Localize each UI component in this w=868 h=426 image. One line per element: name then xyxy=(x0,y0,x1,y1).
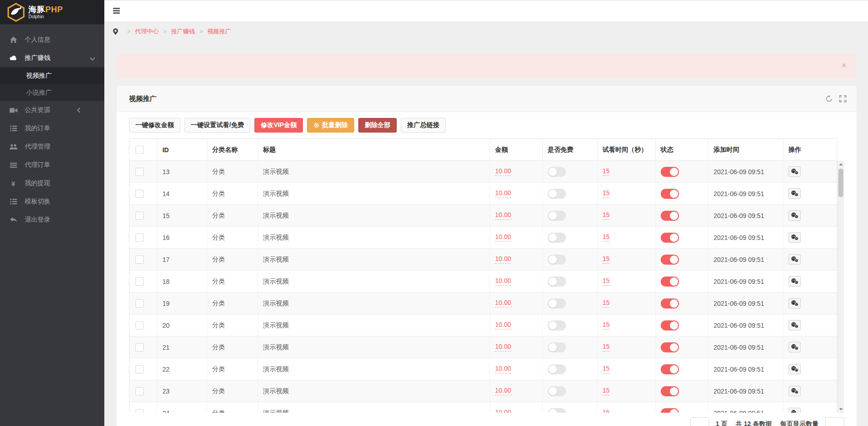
per-page-select[interactable] xyxy=(825,417,844,426)
row-checkbox[interactable] xyxy=(135,190,144,198)
select-all-checkbox[interactable] xyxy=(135,146,144,154)
free-toggle[interactable] xyxy=(548,189,566,199)
preview-time-edit-link[interactable]: 15 xyxy=(603,277,610,286)
status-toggle[interactable] xyxy=(661,342,679,352)
amount-edit-link[interactable]: 10.00 xyxy=(495,189,511,198)
row-checkbox[interactable] xyxy=(135,212,144,220)
free-toggle[interactable] xyxy=(548,255,566,265)
sidebar-subitem-video-promo[interactable]: 视频推广 xyxy=(0,67,104,84)
sidebar-item-agent-orders[interactable]: 代理订单 xyxy=(0,156,104,174)
sidebar-item-profile[interactable]: 个人信息 xyxy=(0,31,104,49)
sidebar-item-template-switch[interactable]: 模板切换 xyxy=(0,192,104,211)
hamburger-menu-icon[interactable] xyxy=(113,8,120,14)
free-toggle[interactable] xyxy=(548,298,566,309)
breadcrumb-link-agent-center[interactable]: 代理中心 xyxy=(135,27,159,36)
promo-link-button[interactable] xyxy=(788,408,801,413)
amount-edit-link[interactable]: 10.00 xyxy=(495,321,511,330)
promo-link-button[interactable] xyxy=(788,188,801,199)
row-checkbox[interactable] xyxy=(135,409,144,413)
preview-time-edit-link[interactable]: 15 xyxy=(603,233,610,242)
amount-edit-link[interactable]: 10.00 xyxy=(495,409,511,413)
amount-edit-link[interactable]: 10.00 xyxy=(495,343,511,351)
preview-time-edit-link[interactable]: 15 xyxy=(603,387,610,395)
status-toggle[interactable] xyxy=(661,298,679,309)
delete-all-button[interactable]: 删除全部 xyxy=(358,118,397,133)
sidebar-item-promotion[interactable]: 推广赚钱 xyxy=(0,49,104,67)
scrollbar-thumb[interactable] xyxy=(838,169,843,197)
amount-edit-link[interactable]: 10.00 xyxy=(495,255,511,264)
close-icon[interactable]: × xyxy=(841,61,846,69)
promo-link-button[interactable] xyxy=(788,232,801,243)
promo-link-button[interactable] xyxy=(788,276,801,287)
sidebar-item-logout[interactable]: 退出登录 xyxy=(0,211,104,229)
preview-time-edit-link[interactable]: 15 xyxy=(603,409,610,413)
row-checkbox[interactable] xyxy=(135,387,144,395)
sidebar-item-public-resources[interactable]: 公共资源 xyxy=(0,101,104,119)
breadcrumb-link-video-promo[interactable]: 视频推广 xyxy=(207,27,231,36)
status-toggle[interactable] xyxy=(661,364,679,374)
status-toggle[interactable] xyxy=(661,277,679,287)
amount-edit-link[interactable]: 10.00 xyxy=(495,365,511,373)
row-checkbox[interactable] xyxy=(135,343,144,351)
status-toggle[interactable] xyxy=(661,320,679,330)
batch-set-preview-free-button[interactable]: 一键设置试看/免费 xyxy=(184,118,250,133)
promo-link-button[interactable] xyxy=(788,298,801,309)
refresh-icon[interactable] xyxy=(825,95,833,102)
status-toggle[interactable] xyxy=(661,386,679,396)
preview-time-edit-link[interactable]: 15 xyxy=(603,255,610,264)
promo-link-button[interactable] xyxy=(788,254,801,265)
status-toggle[interactable] xyxy=(661,211,679,221)
free-toggle[interactable] xyxy=(548,408,566,413)
amount-edit-link[interactable]: 10.00 xyxy=(495,299,511,308)
preview-time-edit-link[interactable]: 15 xyxy=(603,365,610,373)
breadcrumb-link-promotion[interactable]: 推广赚钱 xyxy=(171,27,195,36)
sidebar-item-my-withdrawal[interactable]: ¥ 我的提现 xyxy=(0,174,104,192)
free-toggle[interactable] xyxy=(548,233,566,243)
amount-edit-link[interactable]: 10.00 xyxy=(495,167,511,176)
free-toggle[interactable] xyxy=(548,320,566,330)
preview-time-edit-link[interactable]: 15 xyxy=(603,321,610,330)
free-toggle[interactable] xyxy=(548,386,566,396)
promo-link-button[interactable] xyxy=(788,364,801,374)
edit-vip-amount-button[interactable]: 修改VIP金额 xyxy=(254,118,303,133)
preview-time-edit-link[interactable]: 15 xyxy=(603,167,610,176)
amount-edit-link[interactable]: 10.00 xyxy=(495,211,511,220)
preview-time-edit-link[interactable]: 15 xyxy=(603,343,610,351)
fullscreen-icon[interactable] xyxy=(839,95,846,102)
sidebar-subitem-novel-promo[interactable]: 小说推广 xyxy=(0,84,104,101)
brand-logo[interactable]: 海豚PHP Dolphin xyxy=(0,0,104,24)
table-scrollbar[interactable] xyxy=(837,161,844,413)
amount-edit-link[interactable]: 10.00 xyxy=(495,277,511,286)
batch-delete-button[interactable]: ⊗批量删除 xyxy=(307,118,354,133)
status-toggle[interactable] xyxy=(661,167,679,177)
promo-link-button[interactable] xyxy=(788,166,801,177)
preview-time-edit-link[interactable]: 15 xyxy=(603,189,610,198)
promo-master-link-button[interactable]: 推广总链接 xyxy=(401,118,446,133)
free-toggle[interactable] xyxy=(548,167,566,177)
row-checkbox[interactable] xyxy=(135,277,144,286)
free-toggle[interactable] xyxy=(548,364,566,374)
sidebar-item-agent-management[interactable]: 代理管理 xyxy=(0,138,104,156)
amount-edit-link[interactable]: 10.00 xyxy=(495,387,511,395)
row-checkbox[interactable] xyxy=(135,256,144,264)
row-checkbox[interactable] xyxy=(135,321,144,330)
promo-link-button[interactable] xyxy=(788,210,801,221)
promo-link-button[interactable] xyxy=(788,342,801,352)
free-toggle[interactable] xyxy=(548,277,566,287)
row-checkbox[interactable] xyxy=(135,234,144,242)
promo-link-button[interactable] xyxy=(788,386,801,396)
free-toggle[interactable] xyxy=(548,342,566,352)
promo-link-button[interactable] xyxy=(788,320,801,330)
preview-time-edit-link[interactable]: 15 xyxy=(603,211,610,220)
status-toggle[interactable] xyxy=(661,255,679,265)
scroll-down-arrow[interactable] xyxy=(837,406,844,413)
amount-edit-link[interactable]: 10.00 xyxy=(495,233,511,242)
page-jump-input[interactable] xyxy=(690,417,709,426)
scroll-up-arrow[interactable] xyxy=(837,161,844,168)
row-checkbox[interactable] xyxy=(135,365,144,373)
batch-edit-amount-button[interactable]: 一键修改金额 xyxy=(129,118,180,133)
free-toggle[interactable] xyxy=(548,211,566,221)
sidebar-item-my-orders[interactable]: 我的订单 xyxy=(0,119,104,138)
status-toggle[interactable] xyxy=(661,189,679,199)
row-checkbox[interactable] xyxy=(135,299,144,308)
